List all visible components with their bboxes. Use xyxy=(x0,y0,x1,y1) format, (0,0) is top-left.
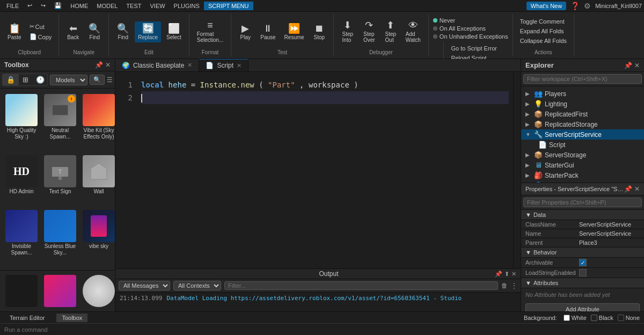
tool-item-sunless[interactable]: Sunless Blue Sky... xyxy=(42,208,78,267)
tree-item-starter-gui[interactable]: ▶ 🖥 StarterGui xyxy=(521,160,644,170)
paste-button[interactable]: 📋 Paste xyxy=(4,21,25,42)
menu-home[interactable]: HOME xyxy=(66,2,92,10)
baseplate-close[interactable]: ✕ xyxy=(187,62,192,69)
script-close[interactable]: ✕ xyxy=(237,62,241,69)
tree-item-lighting[interactable]: ▶ 💡 Lighting xyxy=(521,99,644,109)
properties-filter-input[interactable] xyxy=(523,198,642,207)
back-button[interactable]: ⬅ Back xyxy=(63,21,83,42)
resume-button[interactable]: ⏩ Resume xyxy=(281,21,308,42)
stop-button[interactable]: ⏹ Stop xyxy=(310,21,329,42)
ribbon-group-clipboard: 📋 Paste ✂ Cut 📄 Copy Clipboard xyxy=(0,14,59,56)
expand-folds-button[interactable]: Expand All Folds xyxy=(517,27,569,35)
explorer-filter-input[interactable] xyxy=(523,74,642,84)
menu-test[interactable]: TEST xyxy=(122,2,145,10)
to-script-error-button[interactable]: Go to Script Error xyxy=(448,44,500,53)
debug-opt-all[interactable]: On All Exceptions xyxy=(433,25,508,32)
tool-item-vibesky[interactable]: vibe sky xyxy=(80,208,115,267)
output-pin-icon[interactable]: 📌 xyxy=(495,271,502,278)
menu-save[interactable]: 💾 xyxy=(50,1,66,10)
tree-item-replicated-first[interactable]: ▶ 📦 ReplicatedFirst xyxy=(521,109,644,119)
startergui-arrow: ▶ xyxy=(525,162,532,168)
find2-button[interactable]: 🔍 Find xyxy=(113,21,133,42)
tool-item-textsign[interactable]: T Text Sign xyxy=(42,153,78,206)
menu-view[interactable]: VIEW xyxy=(145,2,169,10)
tool-item-vibekit[interactable]: Vibe Kit (Sky Effects Only) xyxy=(80,92,115,151)
behavior-section-header[interactable]: ▼ Behavior xyxy=(521,247,644,258)
explorer-pin-icon[interactable]: 📌 xyxy=(624,62,632,69)
tool-item-invisible[interactable]: Invisible Spawn... xyxy=(3,208,40,267)
collapse-folds-button[interactable]: Collapse All Folds xyxy=(517,37,569,45)
right-panel: Explorer 📌 ✕ ▶ 👥 Players ▶ � xyxy=(521,59,644,311)
tool-item-spawn[interactable]: ! Neutral Spawn... xyxy=(42,92,78,151)
tool-item-hdadmin[interactable]: HD HD Admin xyxy=(3,153,40,206)
lock-nav-btn[interactable]: 🔒 xyxy=(3,74,19,85)
archivable-checkbox[interactable]: ✓ xyxy=(579,259,587,266)
bg-none-option[interactable]: None xyxy=(618,315,640,321)
tab-script[interactable]: 📄 Script ✕ xyxy=(199,59,248,71)
play-button[interactable]: ▶ Play xyxy=(236,21,255,42)
menu-plugins[interactable]: PLUGINS xyxy=(170,2,204,10)
format-selection-button[interactable]: ≡ FormatSelection... xyxy=(194,18,226,45)
tool-item-sky[interactable]: High Quality Sky :) xyxy=(3,92,40,151)
help-icon[interactable]: ❓ xyxy=(570,2,580,10)
output-expand-icon[interactable]: ⬆ xyxy=(504,271,509,278)
tree-item-server-script-service[interactable]: ▼ 🔧 ServerScriptService xyxy=(521,129,644,140)
editor-scrollbar[interactable] xyxy=(513,72,521,268)
pause-button[interactable]: ⏸ Pause xyxy=(257,21,279,42)
terrain-editor-tab[interactable]: Terrain Editor xyxy=(4,314,50,322)
pin-icon[interactable]: 📌 xyxy=(95,61,103,69)
toggle-comment-button[interactable]: Toggle Comment xyxy=(517,17,569,26)
bg-black-option[interactable]: Black xyxy=(591,315,613,321)
code-lines[interactable]: local hehe = Instance.new ( "Part" , wor… xyxy=(137,72,513,268)
tool-extra-2[interactable] xyxy=(42,273,78,309)
output-close-icon[interactable]: ✕ xyxy=(511,271,516,278)
add-attribute-button[interactable]: Add Attribute xyxy=(525,303,640,311)
settings-icon[interactable]: ⚙ xyxy=(584,2,591,10)
tree-item-script[interactable]: 📄 Script xyxy=(521,140,644,150)
tree-item-replicated-storage[interactable]: ▶ 📦 ReplicatedStorage xyxy=(521,119,644,129)
output-filter-input[interactable] xyxy=(224,281,498,290)
attributes-section-header[interactable]: ▼ Attributes xyxy=(521,278,644,288)
menu-model[interactable]: MODEL xyxy=(92,2,122,10)
debug-opt-never[interactable]: Never xyxy=(433,17,508,24)
tree-item-players[interactable]: ▶ 👥 Players xyxy=(521,89,644,99)
replace-button[interactable]: 🔄 Replace xyxy=(135,21,161,42)
tool-item-wall[interactable]: Wall xyxy=(80,153,115,206)
add-watch-button[interactable]: 👁 AddWatch xyxy=(402,18,424,45)
toolbox-tab[interactable]: Toolbox xyxy=(56,314,87,322)
loadstring-checkbox[interactable] xyxy=(579,269,587,276)
tab-classic-baseplate[interactable]: 🌍 Classic Baseplate ✕ xyxy=(115,59,199,71)
command-input[interactable] xyxy=(4,326,640,333)
step-out-button[interactable]: ⬆ StepOut xyxy=(381,18,400,45)
select-button[interactable]: ⬜ Select xyxy=(163,21,185,42)
tree-item-server-storage[interactable]: ▶ 📦 ServerStorage xyxy=(521,150,644,160)
messages-filter-select[interactable]: All Messages xyxy=(119,281,170,290)
whats-new-button[interactable]: What's New xyxy=(526,2,566,10)
menu-undo[interactable]: ↩ xyxy=(23,1,36,10)
close-toolbox-icon[interactable]: ✕ xyxy=(105,61,111,69)
debug-opt-unhandled[interactable]: On Unhandled Exceptions xyxy=(433,33,508,40)
tool-extra-1[interactable] xyxy=(3,273,40,309)
bg-white-option[interactable]: White xyxy=(564,315,587,321)
find-button[interactable]: 🔍 Find xyxy=(85,21,104,42)
props-pin-icon[interactable]: 📌 xyxy=(624,185,632,193)
explorer-close-icon[interactable]: ✕ xyxy=(634,62,640,69)
data-section-header[interactable]: ▼ Data xyxy=(521,210,644,220)
tool-extra-3[interactable] xyxy=(80,273,117,309)
props-close-icon[interactable]: ✕ xyxy=(634,185,640,193)
menu-file[interactable]: FILE xyxy=(2,2,23,10)
models-dropdown[interactable]: Models xyxy=(50,75,87,85)
cut-button[interactable]: ✂ Cut xyxy=(27,22,55,31)
step-over-button[interactable]: ↷ StepOver xyxy=(360,18,379,45)
clock-nav-btn[interactable]: 🕐 xyxy=(32,74,48,85)
contexts-filter-select[interactable]: All Contexts xyxy=(173,281,221,290)
menu-script-menu[interactable]: SCRIPT MENU xyxy=(204,2,253,10)
filter-icon[interactable]: ☰ xyxy=(107,76,113,84)
output-trash-icon[interactable]: 🗑 xyxy=(501,282,508,289)
grid-nav-btn[interactable]: ⊞ xyxy=(19,74,32,85)
copy-button[interactable]: 📄 Copy xyxy=(27,32,55,41)
step-into-button[interactable]: ⬇ StepInto xyxy=(338,18,357,45)
output-more-icon[interactable]: ⋮ xyxy=(511,282,517,289)
tree-item-starter-pack[interactable]: ▶ 🎒 StarterPack xyxy=(521,170,644,180)
menu-redo[interactable]: ↪ xyxy=(36,1,50,10)
